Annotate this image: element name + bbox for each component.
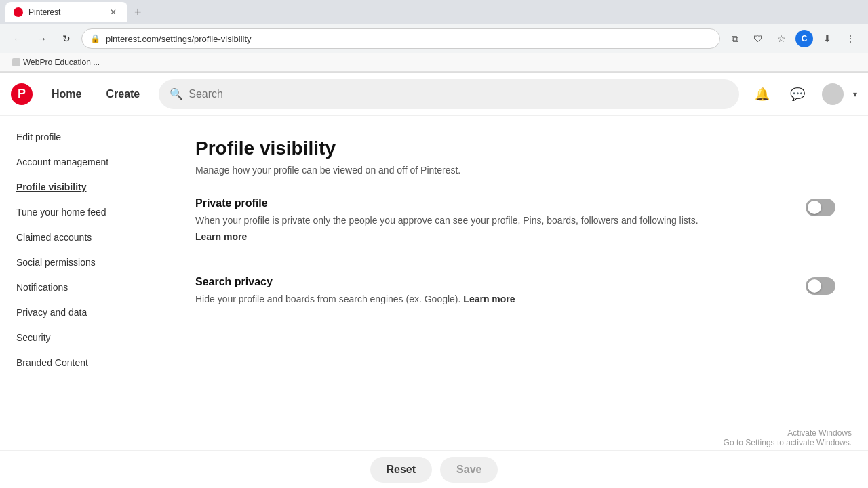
bookmark-webpro[interactable]: WebPro Education ...	[8, 56, 104, 68]
back-button[interactable]: ←	[8, 29, 27, 48]
search-privacy-text: Search privacy Hide your profile and boa…	[195, 276, 789, 309]
bookmark-favicon	[12, 58, 20, 66]
activate-windows-watermark: Activate Windows Go to Settings to activ…	[724, 428, 852, 447]
activate-windows-line2: Go to Settings to activate Windows.	[724, 438, 852, 447]
private-profile-learn-more[interactable]: Learn more	[195, 231, 247, 242]
page-subtitle: Manage how your profile can be viewed on…	[195, 165, 835, 176]
menu-button[interactable]: ⋮	[841, 29, 860, 48]
sidebar-item-edit-profile[interactable]: Edit profile	[5, 125, 157, 149]
sidebar-item-branded-content[interactable]: Branded Content	[5, 350, 157, 375]
bookmark-button[interactable]: ☆	[772, 29, 791, 48]
search-privacy-desc-text: Hide your profile and boards from search…	[195, 293, 460, 304]
user-avatar	[822, 83, 844, 105]
search-privacy-toggle-knob	[808, 279, 821, 293]
save-button[interactable]: Save	[440, 457, 498, 483]
sidebar-item-account-management[interactable]: Account management	[5, 150, 157, 174]
create-nav-link[interactable]: Create	[95, 83, 151, 106]
new-tab-button[interactable]: +	[130, 5, 146, 20]
messages-icon[interactable]: 💬	[783, 79, 812, 109]
sidebar-item-notifications[interactable]: Notifications	[5, 275, 157, 300]
sidebar-item-social-permissions[interactable]: Social permissions	[5, 250, 157, 274]
tab-title: Pinterest	[28, 7, 102, 17]
search-privacy-learn-more[interactable]: Learn more	[463, 293, 515, 304]
activate-windows-line1: Activate Windows	[724, 428, 852, 438]
pinterest-app: P Home Create 🔍 🔔 💬 ▾ Edit profile Accou…	[0, 73, 868, 488]
sidebar-item-tune-feed[interactable]: Tune your home feed	[5, 200, 157, 224]
bookmark-label: WebPro Education ...	[23, 58, 100, 67]
bookmarks-bar: WebPro Education ...	[0, 53, 868, 72]
address-text: pinterest.com/settings/profile-visibilit…	[106, 34, 711, 44]
logo-letter: P	[18, 87, 26, 101]
search-privacy-header: Search privacy Hide your profile and boa…	[195, 276, 835, 309]
browser-profile-icon[interactable]: C	[795, 29, 814, 48]
search-privacy-toggle[interactable]	[806, 277, 835, 295]
browser-actions: ⧉ 🛡 ☆ C ⬇ ⋮	[726, 29, 860, 48]
nav-links: Home Create	[41, 83, 151, 106]
profile-circle: C	[795, 30, 813, 47]
sidebar-item-privacy-data[interactable]: Privacy and data	[5, 300, 157, 325]
search-bar[interactable]: 🔍	[159, 79, 739, 109]
user-avatar-button[interactable]	[818, 79, 848, 109]
chevron-down-icon[interactable]: ▾	[853, 89, 857, 99]
toggle-knob	[808, 201, 821, 214]
private-profile-title: Private profile	[195, 197, 789, 209]
home-nav-link[interactable]: Home	[41, 83, 92, 106]
header: P Home Create 🔍 🔔 💬 ▾	[0, 73, 868, 116]
refresh-button[interactable]: ↻	[57, 29, 76, 48]
search-icon: 🔍	[170, 87, 183, 100]
address-bar[interactable]: 🔒 pinterest.com/settings/profile-visibil…	[81, 28, 720, 49]
tab-bar: Pinterest ✕ +	[0, 0, 868, 24]
ad-block-icon[interactable]: 🛡	[749, 29, 768, 48]
active-tab[interactable]: Pinterest ✕	[5, 2, 127, 22]
private-profile-desc-text: When your profile is private only the pe…	[195, 215, 698, 226]
private-profile-section: Private profile When your profile is pri…	[195, 197, 835, 243]
sidebar: Edit profile Account management Profile …	[0, 116, 163, 488]
private-profile-toggle[interactable]	[806, 199, 835, 216]
search-privacy-section: Search privacy Hide your profile and boa…	[195, 276, 835, 309]
tab-close-button[interactable]: ✕	[107, 6, 119, 18]
section-divider	[195, 262, 835, 262]
search-privacy-desc: Hide your profile and boards from search…	[195, 292, 789, 306]
forward-button[interactable]: →	[33, 29, 52, 48]
secure-icon: 🔒	[90, 34, 100, 43]
sidebar-item-profile-visibility[interactable]: Profile visibility	[5, 175, 157, 199]
sidebar-item-claimed-accounts[interactable]: Claimed accounts	[5, 225, 157, 249]
extensions-button[interactable]: ⧉	[726, 29, 745, 48]
private-profile-header: Private profile When your profile is pri…	[195, 197, 835, 243]
private-profile-text: Private profile When your profile is pri…	[195, 197, 789, 243]
search-privacy-title: Search privacy	[195, 276, 789, 288]
browser-chrome: Pinterest ✕ + ← → ↻ 🔒 pinterest.com/sett…	[0, 0, 868, 73]
header-icons: 🔔 💬 ▾	[747, 79, 857, 109]
page-title: Profile visibility	[195, 138, 835, 159]
reset-button[interactable]: Reset	[370, 457, 433, 483]
sidebar-item-security[interactable]: Security	[5, 325, 157, 350]
bottom-bar: Reset Save	[0, 450, 868, 488]
pinterest-logo[interactable]: P	[11, 83, 33, 105]
download-button[interactable]: ⬇	[818, 29, 837, 48]
search-input[interactable]	[189, 88, 728, 100]
private-profile-desc: When your profile is private only the pe…	[195, 214, 789, 228]
browser-controls: ← → ↻ 🔒 pinterest.com/settings/profile-v…	[0, 24, 868, 53]
tab-favicon	[14, 7, 23, 17]
notifications-bell-icon[interactable]: 🔔	[747, 79, 777, 109]
